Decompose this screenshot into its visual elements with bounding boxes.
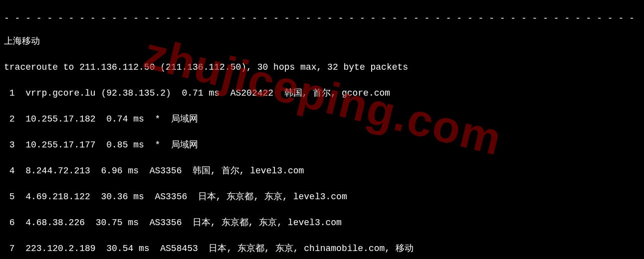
hop-row: 6 4.68.38.226 30.75 ms AS3356 日本, 东京都, 东…	[4, 216, 640, 229]
hop-row: 2 10.255.17.182 0.74 ms * 局域网	[4, 113, 640, 126]
hop-row: 7 223.120.2.189 30.54 ms AS58453 日本, 东京都…	[4, 242, 640, 255]
hop-row: 3 10.255.17.177 0.85 ms * 局域网	[4, 138, 640, 151]
hop-row: 4 8.244.72.213 6.96 ms AS3356 韩国, 首尔, le…	[4, 164, 640, 177]
hop-row: 1 vrrp.gcore.lu (92.38.135.2) 0.71 ms AS…	[4, 87, 640, 100]
traceroute-header: traceroute to 211.136.112.50 (211.136.11…	[4, 61, 640, 74]
divider-line: - - - - - - - - - - - - - - - - - - - - …	[4, 15, 640, 22]
terminal-output: - - - - - - - - - - - - - - - - - - - - …	[0, 0, 644, 259]
hop-row: 5 4.69.218.122 30.36 ms AS3356 日本, 东京都, …	[4, 190, 640, 203]
location-header: 上海移动	[4, 35, 640, 48]
